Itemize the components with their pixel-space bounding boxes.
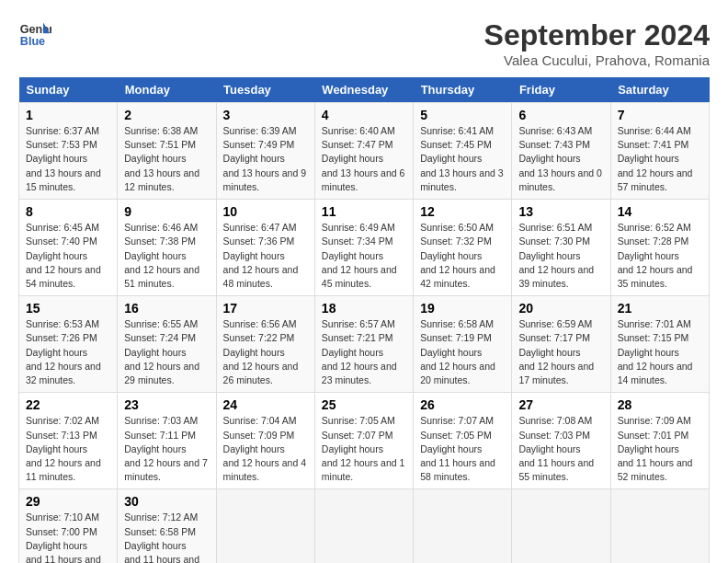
day-content: Sunrise: 6:44 AM Sunset: 7:41 PM Dayligh… [618,124,702,194]
calendar-cell: 11 Sunrise: 6:49 AM Sunset: 7:34 PM Dayl… [314,200,413,296]
day-content: Sunrise: 6:58 AM Sunset: 7:19 PM Dayligh… [420,317,505,387]
calendar-cell [216,489,314,563]
calendar-cell: 1 Sunrise: 6:37 AM Sunset: 7:53 PM Dayli… [19,103,118,200]
title-area: September 2024 Valea Cucului, Prahova, R… [484,18,710,68]
day-content: Sunrise: 7:02 AM Sunset: 7:13 PM Dayligh… [26,414,110,484]
day-number: 12 [420,204,505,219]
day-content: Sunrise: 6:56 AM Sunset: 7:22 PM Dayligh… [223,317,308,387]
calendar-cell [314,489,413,563]
day-content: Sunrise: 7:01 AM Sunset: 7:15 PM Dayligh… [618,317,702,387]
day-content: Sunrise: 6:41 AM Sunset: 7:45 PM Dayligh… [420,124,505,194]
calendar-cell: 9 Sunrise: 6:46 AM Sunset: 7:38 PM Dayli… [118,200,216,296]
calendar-week-row: 15 Sunrise: 6:53 AM Sunset: 7:26 PM Dayl… [19,296,710,393]
day-number: 15 [26,301,110,316]
day-content: Sunrise: 7:09 AM Sunset: 7:01 PM Dayligh… [618,414,702,484]
day-number: 1 [26,108,110,122]
calendar-cell: 14 Sunrise: 6:52 AM Sunset: 7:28 PM Dayl… [610,200,709,296]
day-content: Sunrise: 7:05 AM Sunset: 7:07 PM Dayligh… [322,414,406,484]
calendar-cell: 2 Sunrise: 6:38 AM Sunset: 7:51 PM Dayli… [118,103,216,200]
day-content: Sunrise: 6:46 AM Sunset: 7:38 PM Dayligh… [124,221,209,291]
calendar-cell: 15 Sunrise: 6:53 AM Sunset: 7:26 PM Dayl… [19,296,118,393]
day-content: Sunrise: 6:45 AM Sunset: 7:40 PM Dayligh… [26,221,110,291]
calendar-week-row: 1 Sunrise: 6:37 AM Sunset: 7:53 PM Dayli… [19,103,710,200]
calendar-cell [610,489,709,563]
day-number: 8 [26,204,110,219]
day-content: Sunrise: 7:12 AM Sunset: 6:58 PM Dayligh… [124,511,209,563]
day-content: Sunrise: 6:47 AM Sunset: 7:36 PM Dayligh… [223,221,308,291]
day-content: Sunrise: 6:39 AM Sunset: 7:49 PM Dayligh… [223,124,308,194]
calendar-cell: 6 Sunrise: 6:43 AM Sunset: 7:43 PM Dayli… [512,103,610,200]
calendar-cell: 10 Sunrise: 6:47 AM Sunset: 7:36 PM Dayl… [216,200,314,296]
calendar-cell: 23 Sunrise: 7:03 AM Sunset: 7:11 PM Dayl… [118,393,216,489]
weekday-header-cell: Monday [118,77,216,103]
calendar-cell: 24 Sunrise: 7:04 AM Sunset: 7:09 PM Dayl… [216,393,314,489]
calendar-week-row: 22 Sunrise: 7:02 AM Sunset: 7:13 PM Dayl… [19,393,710,489]
day-number: 25 [322,397,406,412]
day-content: Sunrise: 6:55 AM Sunset: 7:24 PM Dayligh… [124,317,209,387]
calendar-week-row: 8 Sunrise: 6:45 AM Sunset: 7:40 PM Dayli… [19,200,710,296]
header: General Blue September 2024 Valea Cuculu… [18,18,710,68]
location-subtitle: Valea Cucului, Prahova, Romania [484,52,710,68]
day-content: Sunrise: 7:08 AM Sunset: 7:03 PM Dayligh… [518,414,603,484]
calendar-cell: 28 Sunrise: 7:09 AM Sunset: 7:01 PM Dayl… [610,393,709,489]
day-number: 18 [322,301,406,316]
calendar-cell: 19 Sunrise: 6:58 AM Sunset: 7:19 PM Dayl… [414,296,512,393]
weekday-header-cell: Thursday [414,77,512,103]
weekday-header-row: SundayMondayTuesdayWednesdayThursdayFrid… [19,77,710,103]
day-number: 20 [518,301,603,316]
logo-icon: General Blue [18,18,51,52]
day-number: 29 [26,494,110,509]
day-number: 24 [223,397,308,412]
day-number: 2 [124,108,209,122]
calendar-cell: 29 Sunrise: 7:10 AM Sunset: 7:00 PM Dayl… [19,489,118,563]
day-content: Sunrise: 6:37 AM Sunset: 7:53 PM Dayligh… [26,124,110,194]
day-number: 28 [618,397,702,412]
calendar-cell: 12 Sunrise: 6:50 AM Sunset: 7:32 PM Dayl… [414,200,512,296]
calendar-cell: 30 Sunrise: 7:12 AM Sunset: 6:58 PM Dayl… [118,489,216,563]
day-number: 7 [618,108,702,122]
day-number: 19 [420,301,505,316]
day-number: 22 [26,397,110,412]
calendar-cell: 22 Sunrise: 7:02 AM Sunset: 7:13 PM Dayl… [19,393,118,489]
weekday-header-cell: Wednesday [314,77,413,103]
day-content: Sunrise: 7:04 AM Sunset: 7:09 PM Dayligh… [223,414,308,484]
calendar-cell: 26 Sunrise: 7:07 AM Sunset: 7:05 PM Dayl… [414,393,512,489]
day-number: 27 [518,397,603,412]
day-number: 14 [618,204,702,219]
calendar-cell: 16 Sunrise: 6:55 AM Sunset: 7:24 PM Dayl… [118,296,216,393]
day-content: Sunrise: 6:57 AM Sunset: 7:21 PM Dayligh… [322,317,406,387]
day-number: 13 [518,204,603,219]
day-number: 21 [618,301,702,316]
calendar-table: SundayMondayTuesdayWednesdayThursdayFrid… [18,77,710,563]
calendar-cell: 5 Sunrise: 6:41 AM Sunset: 7:45 PM Dayli… [414,103,512,200]
day-content: Sunrise: 6:40 AM Sunset: 7:47 PM Dayligh… [322,124,406,194]
day-content: Sunrise: 7:03 AM Sunset: 7:11 PM Dayligh… [124,414,209,484]
calendar-cell: 27 Sunrise: 7:08 AM Sunset: 7:03 PM Dayl… [512,393,610,489]
day-content: Sunrise: 7:10 AM Sunset: 7:00 PM Dayligh… [26,511,110,563]
calendar-cell: 17 Sunrise: 6:56 AM Sunset: 7:22 PM Dayl… [216,296,314,393]
day-number: 3 [223,108,308,122]
calendar-week-row: 29 Sunrise: 7:10 AM Sunset: 7:00 PM Dayl… [19,489,710,563]
weekday-header-cell: Saturday [610,77,709,103]
day-content: Sunrise: 7:07 AM Sunset: 7:05 PM Dayligh… [420,414,505,484]
day-number: 23 [124,397,209,412]
calendar-cell: 25 Sunrise: 7:05 AM Sunset: 7:07 PM Dayl… [314,393,413,489]
day-content: Sunrise: 6:49 AM Sunset: 7:34 PM Dayligh… [322,221,406,291]
calendar-cell: 8 Sunrise: 6:45 AM Sunset: 7:40 PM Dayli… [19,200,118,296]
svg-text:Blue: Blue [20,35,45,48]
day-content: Sunrise: 6:59 AM Sunset: 7:17 PM Dayligh… [518,317,603,387]
calendar-cell: 4 Sunrise: 6:40 AM Sunset: 7:47 PM Dayli… [314,103,413,200]
day-number: 6 [518,108,603,122]
month-title: September 2024 [484,18,710,52]
day-number: 9 [124,204,209,219]
calendar-cell [512,489,610,563]
day-content: Sunrise: 6:38 AM Sunset: 7:51 PM Dayligh… [124,124,209,194]
day-number: 11 [322,204,406,219]
calendar-cell: 18 Sunrise: 6:57 AM Sunset: 7:21 PM Dayl… [314,296,413,393]
day-number: 10 [223,204,308,219]
weekday-header-cell: Tuesday [216,77,314,103]
day-number: 30 [124,494,209,509]
weekday-header-cell: Friday [512,77,610,103]
day-content: Sunrise: 6:52 AM Sunset: 7:28 PM Dayligh… [618,221,702,291]
calendar-cell: 3 Sunrise: 6:39 AM Sunset: 7:49 PM Dayli… [216,103,314,200]
